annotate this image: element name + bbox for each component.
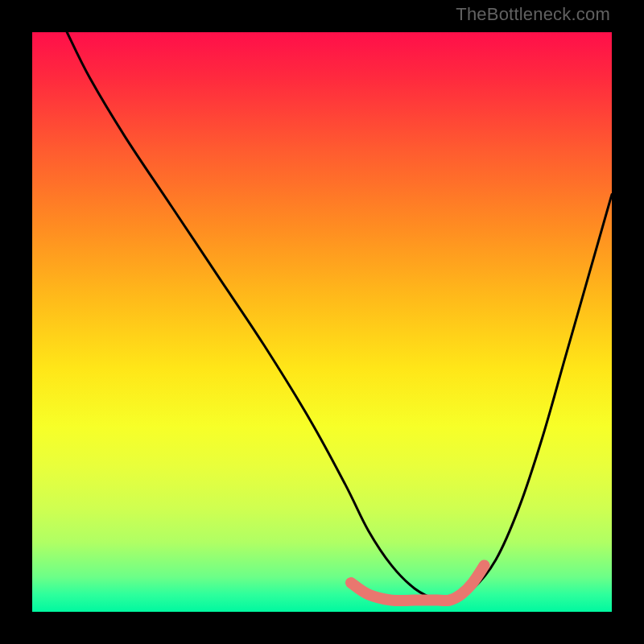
plot-area bbox=[32, 32, 612, 612]
bottleneck-floor-pink bbox=[351, 565, 485, 601]
bottleneck-curve-black bbox=[67, 32, 612, 602]
chart-container: TheBottleneck.com bbox=[0, 0, 644, 644]
watermark-text: TheBottleneck.com bbox=[456, 4, 610, 25]
chart-svg bbox=[32, 32, 612, 612]
